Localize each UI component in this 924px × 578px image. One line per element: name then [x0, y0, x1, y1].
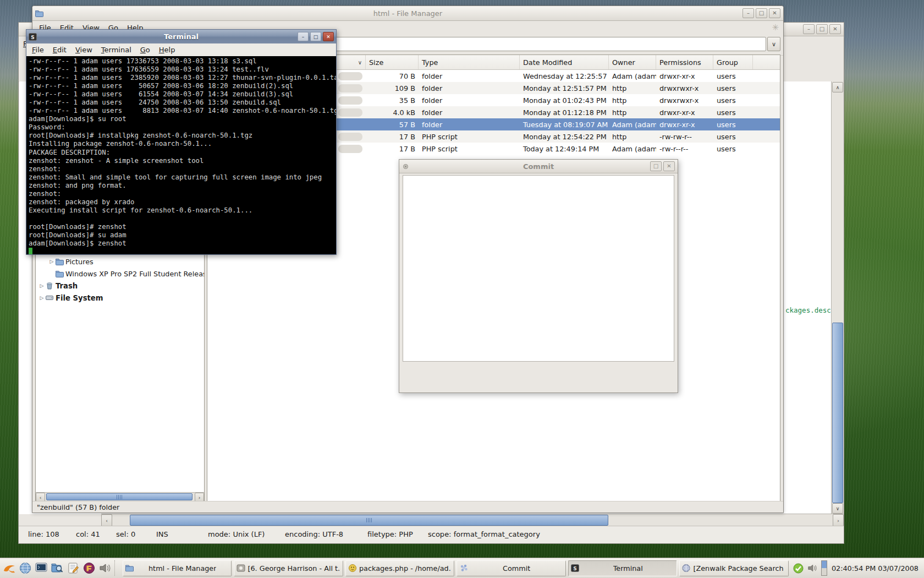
terminal-window: S Terminal – □ ✕ FileEditViewTerminalGoH… [26, 29, 337, 255]
launcher-text-editor[interactable] [66, 561, 80, 575]
cell-owner: http [609, 94, 656, 106]
minimize-button[interactable]: – [743, 8, 754, 18]
close-button[interactable]: ✕ [829, 24, 841, 34]
file-manager-statusbar: "zenbuild" (57 B) folder [32, 501, 783, 512]
terminal-menu-help[interactable]: Help [155, 45, 180, 55]
launcher-volume[interactable] [98, 561, 112, 575]
cell-type: folder [419, 70, 520, 82]
maximize-button[interactable]: □ [756, 8, 767, 18]
taskbar: html - File Manager[6. George Harrison -… [0, 558, 924, 578]
launcher-web-browser[interactable] [18, 561, 32, 575]
scroll-right-icon[interactable]: › [195, 493, 204, 501]
launcher-filezilla[interactable] [82, 561, 96, 575]
sort-descending-icon: ∨ [358, 59, 362, 66]
sidebar-horizontal-scrollbar[interactable]: ‹ › [36, 492, 204, 501]
status-encoding: encoding: UTF-8 [285, 530, 343, 538]
path-dropdown-button[interactable]: ∨ [767, 37, 780, 51]
terminal-menu-go[interactable]: Go [136, 45, 155, 55]
cell-type: folder [419, 82, 520, 94]
expander-icon[interactable]: ▷ [38, 283, 46, 288]
terminal-cursor [29, 248, 32, 254]
launcher-file-search[interactable] [50, 561, 64, 575]
scrollbar-track[interactable] [45, 493, 195, 501]
status-filetype: filetype: PHP [367, 530, 413, 538]
task-button-6-george-harrison-all-t[interactable]: [6. George Harrison - All t... [234, 560, 343, 576]
minimize-button[interactable]: – [803, 24, 815, 34]
column-header-date-modified[interactable]: Date Modified [520, 55, 609, 69]
terminal-menu-file[interactable]: File [28, 45, 48, 55]
file-manager-titlebar[interactable]: html - File Manager – □ ✕ [32, 6, 783, 21]
terminal-menu-edit[interactable]: Edit [48, 45, 71, 55]
path-input[interactable] [335, 37, 766, 51]
terminal-titlebar[interactable]: S Terminal – □ ✕ [26, 30, 336, 43]
close-button[interactable]: ✕ [769, 8, 780, 18]
editor-vertical-scrollbar[interactable]: ∧ ∨ [831, 81, 844, 514]
scrollbar-track[interactable] [112, 514, 833, 526]
task-button-commit[interactable]: Commit [457, 560, 565, 576]
tray-slider[interactable] [821, 560, 827, 576]
maximize-button[interactable]: □ [310, 32, 321, 41]
task-button-packages-php-home-ad[interactable]: packages.php - /home/ad... [345, 560, 454, 576]
cell-size: 4.0 kB [366, 106, 419, 118]
status-col: col: 41 [76, 530, 100, 538]
launcher-terminal-launcher[interactable] [34, 561, 48, 575]
cell-date-modified: Today at 12:49:14 PM [520, 143, 609, 155]
desktop: – □ ✕ File ckages.descr ∧ ∨ ‹ › line: 10… [0, 0, 924, 578]
column-header-size[interactable]: Size [366, 55, 419, 69]
terminal-menu-view[interactable]: View [71, 45, 97, 55]
scrollbar-thumb[interactable] [130, 515, 608, 526]
cell-date-modified: Monday at 01:02:43 PM [520, 94, 609, 106]
terminal-menu-terminal[interactable]: Terminal [97, 45, 136, 55]
svg-text:S: S [573, 566, 576, 571]
cell-owner: Adam (adam) [609, 118, 656, 130]
volume-icon[interactable] [807, 564, 817, 572]
editor-horizontal-scrollbar[interactable]: ‹ › [101, 514, 844, 526]
close-button[interactable]: ✕ [323, 32, 334, 41]
commit-titlebar[interactable]: Commit □ ✕ [399, 160, 678, 173]
column-header-owner[interactable]: Owner [609, 55, 656, 69]
maximize-button[interactable]: □ [816, 24, 828, 34]
task-label: [6. George Harrison - All t... [248, 564, 339, 572]
cell-size: 57 B [366, 118, 419, 130]
expander-icon[interactable]: ▷ [48, 259, 56, 264]
sidebar-item-file-system[interactable]: ▷File System [36, 292, 204, 304]
sidebar-item-pictures[interactable]: ▷Pictures [36, 255, 204, 268]
terminal-output[interactable]: -rw-r--r-- 1 adam users 17336753 2008-03… [26, 56, 336, 254]
task-button-terminal[interactable]: STerminal [568, 560, 677, 576]
code-fragment: ckages.descr [785, 306, 831, 314]
scrollbar-thumb[interactable] [46, 493, 193, 500]
cell-type: folder [419, 106, 520, 118]
launcher-zenwalk-menu[interactable] [2, 561, 16, 575]
minimize-button[interactable]: – [298, 32, 309, 41]
filename-fragment [338, 72, 362, 80]
cell-group: users [713, 82, 753, 94]
task-button-zenwalk-package-search[interactable]: [Zenwalk Package Search ... [679, 560, 788, 576]
sidebar-item-windows-xp-pro-sp2-full-student-release[interactable]: Windows XP Pro SP2 Full Student Release [36, 268, 204, 280]
maximize-button[interactable]: □ [650, 161, 662, 171]
sidebar-item-trash[interactable]: ▷Trash [36, 280, 204, 292]
expander-icon[interactable]: ▷ [38, 295, 46, 301]
sidebar-item-label: Pictures [65, 258, 94, 266]
scroll-left-icon[interactable]: ‹ [36, 493, 45, 501]
column-header-type[interactable]: Type [419, 55, 520, 69]
scroll-up-icon[interactable]: ∧ [832, 82, 843, 92]
cell-group: users [713, 106, 753, 118]
cell-type: folder [419, 118, 520, 130]
cell-type: PHP script [419, 130, 520, 143]
scrollbar-thumb[interactable] [832, 323, 843, 503]
column-header-group[interactable]: Group [713, 55, 753, 69]
filename-fragment [338, 145, 362, 153]
task-button-html-file-manager[interactable]: html - File Manager [123, 560, 232, 576]
cell-owner: Adam (adam) [609, 143, 656, 155]
close-button[interactable]: ✕ [663, 161, 675, 171]
task-label: Terminal [613, 564, 643, 572]
cell-size: 17 B [366, 130, 419, 143]
status-online-icon[interactable] [793, 563, 804, 574]
cell-permissions: drwxr-xr-x [656, 118, 713, 130]
cell-permissions: drwxrwxr-x [656, 94, 713, 106]
cell-group: users [713, 118, 753, 130]
cell-permissions: -rw-r--r-- [656, 143, 713, 155]
commit-content-area [403, 175, 674, 362]
scroll-down-icon[interactable]: ∨ [832, 503, 843, 514]
column-header-permissions[interactable]: Permissions [656, 55, 713, 69]
